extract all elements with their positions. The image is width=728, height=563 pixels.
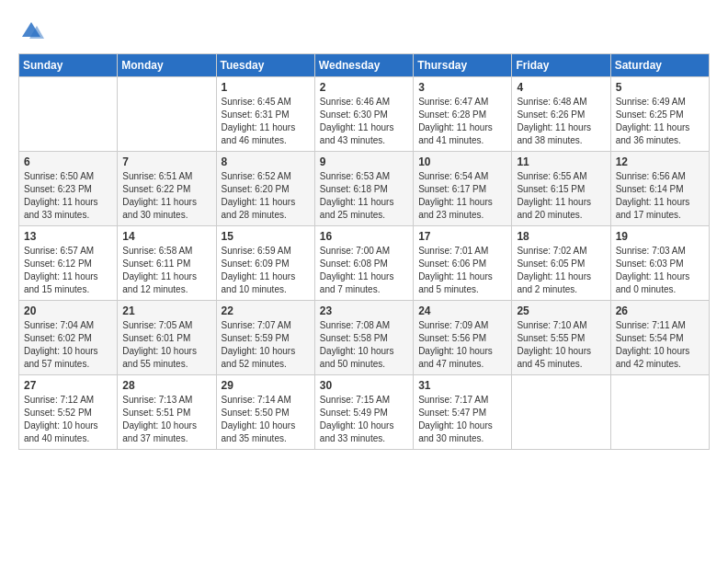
day-number: 17 [418,230,506,243]
day-info: Sunrise: 7:01 AM Sunset: 6:06 PM Dayligh… [418,245,506,296]
calendar-cell [512,375,610,450]
day-info: Sunrise: 7:12 AM Sunset: 5:52 PM Dayligh… [24,394,112,445]
day-number: 2 [320,81,408,94]
day-number: 13 [24,230,112,243]
day-number: 1 [222,81,310,94]
day-info: Sunrise: 6:59 AM Sunset: 6:09 PM Dayligh… [222,245,310,296]
day-info: Sunrise: 6:54 AM Sunset: 6:17 PM Dayligh… [418,170,506,222]
calendar: SundayMondayTuesdayWednesdayThursdayFrid… [18,53,710,450]
calendar-week-row: 1Sunrise: 6:45 AM Sunset: 6:31 PM Daylig… [19,77,710,152]
calendar-cell: 24Sunrise: 7:09 AM Sunset: 5:56 PM Dayli… [414,301,512,375]
day-info: Sunrise: 7:17 AM Sunset: 5:47 PM Dayligh… [418,394,506,445]
calendar-cell: 4Sunrise: 6:48 AM Sunset: 6:26 PM Daylig… [512,77,610,152]
calendar-cell: 23Sunrise: 7:08 AM Sunset: 5:58 PM Dayli… [314,301,413,375]
calendar-cell: 20Sunrise: 7:04 AM Sunset: 6:02 PM Dayli… [19,301,118,375]
calendar-cell: 6Sunrise: 6:50 AM Sunset: 6:23 PM Daylig… [19,152,118,226]
day-number: 22 [222,304,310,317]
calendar-cell [19,77,118,152]
calendar-cell: 27Sunrise: 7:12 AM Sunset: 5:52 PM Dayli… [19,375,118,450]
calendar-cell: 2Sunrise: 6:46 AM Sunset: 6:30 PM Daylig… [314,77,413,152]
day-number: 31 [418,379,506,392]
day-info: Sunrise: 6:55 AM Sunset: 6:15 PM Dayligh… [517,170,605,222]
calendar-cell: 15Sunrise: 6:59 AM Sunset: 6:09 PM Dayli… [216,226,314,301]
calendar-cell: 29Sunrise: 7:14 AM Sunset: 5:50 PM Dayli… [216,375,314,450]
calendar-cell: 16Sunrise: 7:00 AM Sunset: 6:08 PM Dayli… [314,226,413,301]
calendar-cell: 11Sunrise: 6:55 AM Sunset: 6:15 PM Dayli… [512,152,610,226]
day-info: Sunrise: 7:04 AM Sunset: 6:02 PM Dayligh… [24,319,112,371]
day-info: Sunrise: 7:08 AM Sunset: 5:58 PM Dayligh… [320,319,408,371]
calendar-cell: 21Sunrise: 7:05 AM Sunset: 6:01 PM Dayli… [118,301,216,375]
day-info: Sunrise: 7:13 AM Sunset: 5:51 PM Dayligh… [122,394,210,445]
day-info: Sunrise: 6:58 AM Sunset: 6:11 PM Dayligh… [122,245,210,296]
day-info: Sunrise: 6:50 AM Sunset: 6:23 PM Dayligh… [24,170,112,222]
day-number: 18 [517,230,605,243]
calendar-cell: 31Sunrise: 7:17 AM Sunset: 5:47 PM Dayli… [414,375,512,450]
day-info: Sunrise: 6:45 AM Sunset: 6:31 PM Dayligh… [222,96,310,147]
day-info: Sunrise: 7:15 AM Sunset: 5:49 PM Dayligh… [320,394,408,445]
weekday-header: Monday [118,54,216,77]
day-info: Sunrise: 7:11 AM Sunset: 5:54 PM Dayligh… [616,319,704,371]
calendar-header-row: SundayMondayTuesdayWednesdayThursdayFrid… [19,54,710,77]
calendar-cell: 22Sunrise: 7:07 AM Sunset: 5:59 PM Dayli… [216,301,314,375]
day-info: Sunrise: 6:51 AM Sunset: 6:22 PM Dayligh… [122,170,210,222]
calendar-cell: 5Sunrise: 6:49 AM Sunset: 6:25 PM Daylig… [610,77,709,152]
day-number: 11 [517,155,605,168]
day-number: 30 [320,379,408,392]
weekday-header: Wednesday [314,54,413,77]
page-header [18,18,710,44]
day-number: 24 [418,304,506,317]
day-number: 12 [616,155,704,168]
day-info: Sunrise: 6:48 AM Sunset: 6:26 PM Dayligh… [517,96,605,147]
calendar-cell: 7Sunrise: 6:51 AM Sunset: 6:22 PM Daylig… [118,152,216,226]
calendar-cell: 3Sunrise: 6:47 AM Sunset: 6:28 PM Daylig… [414,77,512,152]
day-number: 20 [24,304,112,317]
calendar-cell: 25Sunrise: 7:10 AM Sunset: 5:55 PM Dayli… [512,301,610,375]
day-info: Sunrise: 6:49 AM Sunset: 6:25 PM Dayligh… [616,96,704,147]
day-number: 8 [222,155,310,168]
calendar-week-row: 27Sunrise: 7:12 AM Sunset: 5:52 PM Dayli… [19,375,710,450]
calendar-cell: 8Sunrise: 6:52 AM Sunset: 6:20 PM Daylig… [216,152,314,226]
day-info: Sunrise: 7:05 AM Sunset: 6:01 PM Dayligh… [122,319,210,371]
day-number: 14 [122,230,210,243]
day-info: Sunrise: 6:47 AM Sunset: 6:28 PM Dayligh… [418,96,506,147]
day-number: 15 [222,230,310,243]
calendar-cell: 1Sunrise: 6:45 AM Sunset: 6:31 PM Daylig… [216,77,314,152]
logo [18,18,48,44]
day-info: Sunrise: 6:46 AM Sunset: 6:30 PM Dayligh… [320,96,408,147]
calendar-week-row: 6Sunrise: 6:50 AM Sunset: 6:23 PM Daylig… [19,152,710,226]
day-number: 16 [320,230,408,243]
calendar-cell: 26Sunrise: 7:11 AM Sunset: 5:54 PM Dayli… [610,301,709,375]
day-number: 26 [616,304,704,317]
day-number: 27 [24,379,112,392]
day-info: Sunrise: 6:53 AM Sunset: 6:18 PM Dayligh… [320,170,408,222]
day-info: Sunrise: 6:56 AM Sunset: 6:14 PM Dayligh… [616,170,704,222]
day-info: Sunrise: 7:09 AM Sunset: 5:56 PM Dayligh… [418,319,506,371]
calendar-cell: 19Sunrise: 7:03 AM Sunset: 6:03 PM Dayli… [610,226,709,301]
weekday-header: Friday [512,54,610,77]
calendar-cell: 30Sunrise: 7:15 AM Sunset: 5:49 PM Dayli… [314,375,413,450]
day-number: 3 [418,81,506,94]
weekday-header: Thursday [414,54,512,77]
calendar-week-row: 13Sunrise: 6:57 AM Sunset: 6:12 PM Dayli… [19,226,710,301]
day-info: Sunrise: 7:10 AM Sunset: 5:55 PM Dayligh… [517,319,605,371]
calendar-cell: 17Sunrise: 7:01 AM Sunset: 6:06 PM Dayli… [414,226,512,301]
day-number: 21 [122,304,210,317]
calendar-cell: 13Sunrise: 6:57 AM Sunset: 6:12 PM Dayli… [19,226,118,301]
day-info: Sunrise: 6:57 AM Sunset: 6:12 PM Dayligh… [24,245,112,296]
day-info: Sunrise: 7:03 AM Sunset: 6:03 PM Dayligh… [616,245,704,296]
day-number: 29 [222,379,310,392]
day-number: 25 [517,304,605,317]
day-info: Sunrise: 6:52 AM Sunset: 6:20 PM Dayligh… [222,170,310,222]
day-number: 23 [320,304,408,317]
day-number: 7 [122,155,210,168]
weekday-header: Tuesday [216,54,314,77]
day-number: 5 [616,81,704,94]
weekday-header: Saturday [610,54,709,77]
day-info: Sunrise: 7:02 AM Sunset: 6:05 PM Dayligh… [517,245,605,296]
day-number: 19 [616,230,704,243]
calendar-cell: 12Sunrise: 6:56 AM Sunset: 6:14 PM Dayli… [610,152,709,226]
calendar-cell: 28Sunrise: 7:13 AM Sunset: 5:51 PM Dayli… [118,375,216,450]
day-number: 4 [517,81,605,94]
weekday-header: Sunday [19,54,118,77]
day-number: 28 [122,379,210,392]
